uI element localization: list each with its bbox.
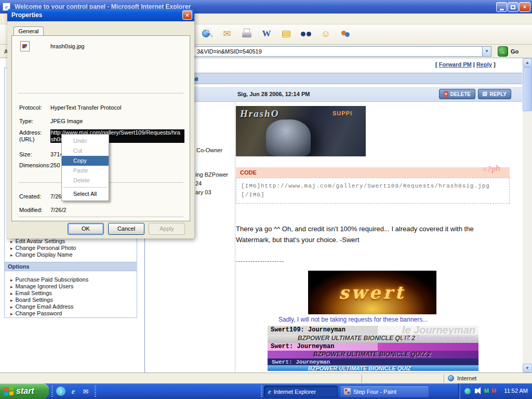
cancel-button[interactable]: Cancel xyxy=(108,223,144,235)
sidebar-item-ignored-users[interactable]: ▸Manage Ignored Users xyxy=(10,283,73,289)
discuss-pad xyxy=(282,31,290,37)
banner-row: BZPOWER ULTIMATE BIONICLE QUIZ 2 le Jour… xyxy=(268,335,478,343)
context-menu-cut[interactable]: Cut xyxy=(62,146,109,156)
code-block-body: [IMG]http://www.maj.com/gallery/Swert109… xyxy=(236,178,510,204)
reply-button[interactable]: REPLY xyxy=(478,89,511,99)
sidebar-item-label: Email Settings xyxy=(16,290,52,296)
bullet-icon: ▸ xyxy=(10,277,13,283)
image-file-icon xyxy=(20,41,30,51)
banner-note-text: Sadly, I will not be taking requests for… xyxy=(278,316,428,323)
code-label: CODE xyxy=(240,169,257,176)
scrollbar-thumb[interactable] xyxy=(523,67,532,111)
tab-general[interactable]: General xyxy=(14,26,44,36)
quick-launch-media-icon[interactable]: ♪ xyxy=(56,387,65,396)
forward-pm-link[interactable]: Forward PM xyxy=(439,61,472,68)
word-w-glyph: W xyxy=(262,29,271,39)
envel-glyph: ✉ xyxy=(83,388,89,395)
discuss-icon[interactable] xyxy=(280,27,293,41)
search-icon[interactable] xyxy=(201,27,214,41)
flame-signature-image: swert xyxy=(308,271,436,314)
address-url-label: Address: xyxy=(19,129,42,136)
maximize-button[interactable] xyxy=(508,2,518,12)
context-menu-undo[interactable]: Undo xyxy=(62,136,109,146)
pm-actions: [ Forward PM | Reply ] xyxy=(435,61,496,68)
close-button[interactable]: × xyxy=(519,2,530,12)
go-button[interactable]: → xyxy=(498,46,508,57)
dimensions-value: 250 xyxy=(50,162,60,168)
ok-button[interactable]: OK xyxy=(68,223,104,235)
reply-link[interactable]: Reply xyxy=(476,61,492,68)
taskbar-divider xyxy=(261,385,262,397)
contacts-icon[interactable] xyxy=(339,27,352,41)
banner-name: Swert: Journeyman xyxy=(268,359,330,365)
context-menu-copy[interactable]: Copy xyxy=(62,156,109,166)
message-header-row: Sig, Jun 28 2006, 12:14 PM × DELETE REPL… xyxy=(145,87,522,102)
apply-button[interactable]: Apply xyxy=(149,223,185,235)
banner-row: BZPOWER ULTIMATE BIONICLE QUIZ 2 xyxy=(268,351,478,358)
taskbar-button-internet-explorer[interactable]: e Internet Explorer xyxy=(264,385,338,397)
scrollbar-track[interactable] xyxy=(523,67,532,364)
dimensions-label: Dimensions: xyxy=(19,162,51,168)
context-menu-select-all[interactable]: Select All xyxy=(62,189,109,199)
minimize-button[interactable] xyxy=(496,2,507,12)
sidebar-item-board-settings[interactable]: ▸Board Settings xyxy=(10,297,53,303)
quick-launch-mail-icon[interactable]: ✉ xyxy=(81,387,90,396)
go-label[interactable]: Go xyxy=(511,48,518,55)
scroll-up-button[interactable]: ▲ xyxy=(523,58,532,67)
messenger-icon[interactable]: ☺ xyxy=(319,27,332,41)
banner-watermark: le Journeyman xyxy=(402,335,475,343)
member-posts-fragment: 24 xyxy=(195,180,202,187)
ie-icon: e xyxy=(268,388,271,396)
delete-button[interactable]: × DELETE xyxy=(439,89,475,99)
tray-round-icon[interactable] xyxy=(464,388,471,394)
banner-title: BZPOWER ULTIMATE BIONICLE QUIZ 2 xyxy=(268,335,415,342)
sidebar-item-label: Change Password xyxy=(16,310,62,316)
bullet-icon: ▸ xyxy=(10,284,13,289)
tray-green-m-icon[interactable]: M xyxy=(484,388,489,394)
type-value: JPEG Image xyxy=(50,118,83,124)
context-menu-paste[interactable]: Paste xyxy=(62,166,109,176)
hrash-signature-image: HrashO SUPPI xyxy=(236,106,366,156)
properties-dialog: Properties × General hrash0sig.jpg Proto… xyxy=(7,9,194,238)
member-group-fragment: Co-Owner xyxy=(196,147,222,153)
start-button[interactable]: start xyxy=(0,383,49,399)
banner-row: Swert109: Journeyman le Journeyman xyxy=(268,326,478,335)
sidebar-item-edit-avatar[interactable]: ▸Edit Avatar Settings xyxy=(10,238,65,244)
go-arrow-icon: → xyxy=(500,48,506,55)
person-dot-2 xyxy=(345,32,350,37)
bracket: ] xyxy=(494,61,496,68)
reply-icon xyxy=(483,92,487,96)
printer-body xyxy=(242,32,251,37)
address-value: 3&VID=in&MSID=540519 xyxy=(197,48,262,55)
address-dropdown-button[interactable]: ▼ xyxy=(482,47,491,56)
sidebar-item-email-settings[interactable]: ▸Email Settings xyxy=(10,290,52,296)
sidebar-item-subscriptions[interactable]: ▸Purchase Paid Subscriptions xyxy=(10,276,88,283)
banner-watermark: le Journeyman xyxy=(402,326,475,335)
taskbar-button-paint[interactable]: Step Four - Paint xyxy=(340,385,429,397)
sidebar-item-change-password[interactable]: ▸Change Password xyxy=(10,310,62,316)
volume-icon[interactable] xyxy=(475,389,477,393)
hrash-image-subtext: SUPPI xyxy=(332,110,352,116)
tray-red-m-icon[interactable]: M xyxy=(491,388,496,394)
sidebar-item-label: Manage Ignored Users xyxy=(16,283,74,289)
research-icon[interactable] xyxy=(299,27,313,41)
modified-label: Modified: xyxy=(19,207,43,213)
dialog-close-button[interactable]: × xyxy=(182,10,192,20)
bullet-icon: ▸ xyxy=(10,246,13,251)
sidebar-item-change-email[interactable]: ▸Change Email Address xyxy=(10,303,73,310)
signature-banners: Swert109: Journeyman le Journeyman BZPOW… xyxy=(268,326,478,371)
sidebar-item-label: Purchase Paid Subscriptions xyxy=(16,276,89,283)
edit-with-word-icon[interactable]: W xyxy=(260,27,273,41)
print-icon[interactable] xyxy=(240,27,254,41)
scroll-down-button[interactable]: ▼ xyxy=(523,364,532,373)
quick-launch-ie-icon[interactable]: e xyxy=(69,387,78,396)
signature-divider: -------------------- xyxy=(236,258,284,264)
sidebar-item-change-display-name[interactable]: ▸Change Display Name xyxy=(10,251,73,258)
message-body-text: There ya go ^^ Oh, and credit isn't 100%… xyxy=(236,223,508,245)
bullet-icon: ▸ xyxy=(10,304,13,310)
context-menu-delete[interactable]: Delete xyxy=(62,176,109,185)
mail-icon[interactable]: ✉ xyxy=(220,27,234,41)
modified-value: 7/26/2 xyxy=(50,207,66,213)
code-block-header: CODE <?ph xyxy=(236,167,510,178)
sidebar-item-change-photo[interactable]: ▸Change Personal Photo xyxy=(10,245,76,251)
